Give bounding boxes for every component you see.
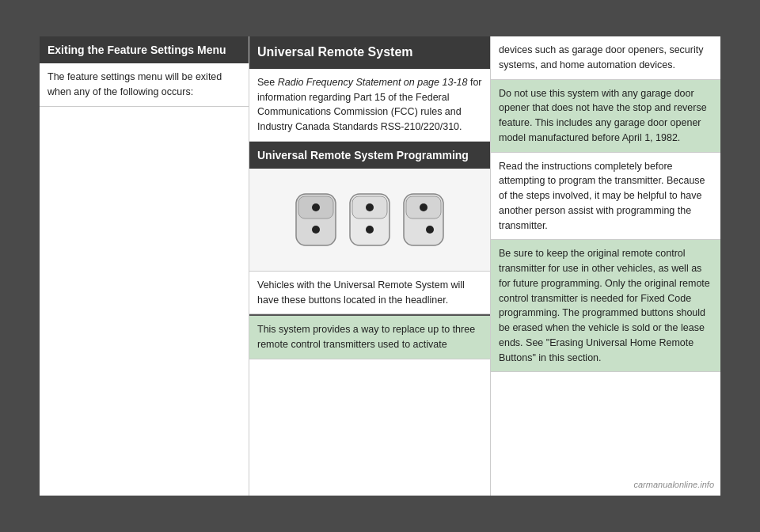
svg-point-10 <box>420 203 428 211</box>
remote-button-1 <box>292 190 340 249</box>
middle-column: Universal Remote System See Radio Freque… <box>249 36 491 496</box>
programming-header: Universal Remote System Programming <box>249 142 490 169</box>
right-block-1-text: devices such as garage door openers, sec… <box>499 43 712 73</box>
right-block-2: Do not use this system with any garage d… <box>491 80 720 153</box>
remote-buttons-group <box>292 190 447 249</box>
system-provides-text: This system provides a way to replace up… <box>257 322 482 352</box>
page-container: Exiting the Feature Settings Menu The fe… <box>40 36 720 496</box>
right-block-3: Read the instructions completely before … <box>491 153 720 241</box>
svg-point-3 <box>312 226 320 234</box>
svg-point-11 <box>426 226 434 234</box>
watermark: carmanualonline.info <box>633 480 714 489</box>
right-column: devices such as garage door openers, sec… <box>491 36 720 496</box>
universal-remote-body-text: See Radio Frequency Statement on page 13… <box>257 75 482 135</box>
svg-point-7 <box>366 226 374 234</box>
left-column: Exiting the Feature Settings Menu The fe… <box>40 36 249 496</box>
remote-button-3 <box>400 190 447 249</box>
svg-point-6 <box>366 203 374 211</box>
remote-button-2 <box>346 190 393 249</box>
image-caption-block: Vehicles with the Universal Remote Syste… <box>249 272 490 315</box>
svg-point-2 <box>312 203 320 211</box>
right-block-4: Be sure to keep the original remote cont… <box>491 240 720 372</box>
right-block-4-text: Be sure to keep the original remote cont… <box>499 246 712 365</box>
universal-remote-body: See Radio Frequency Statement on page 13… <box>249 69 490 142</box>
left-body-paragraph: The feature settings menu will be exited… <box>48 70 241 100</box>
universal-remote-header-text: Universal Remote System <box>257 45 413 59</box>
right-block-2-text: Do not use this system with any garage d… <box>499 86 712 146</box>
image-caption-text: Vehicles with the Universal Remote Syste… <box>257 278 482 308</box>
left-section-header: Exiting the Feature Settings Menu <box>40 36 249 63</box>
programming-header-text: Universal Remote System Programming <box>257 149 469 162</box>
right-block-3-text: Read the instructions completely before … <box>499 159 712 234</box>
system-provides-block: This system provides a way to replace up… <box>249 314 490 359</box>
universal-remote-header: Universal Remote System <box>249 36 490 69</box>
right-block-1: devices such as garage door openers, sec… <box>491 36 720 80</box>
remote-image-area <box>249 169 490 272</box>
left-body-text: The feature settings menu will be exited… <box>40 63 249 107</box>
